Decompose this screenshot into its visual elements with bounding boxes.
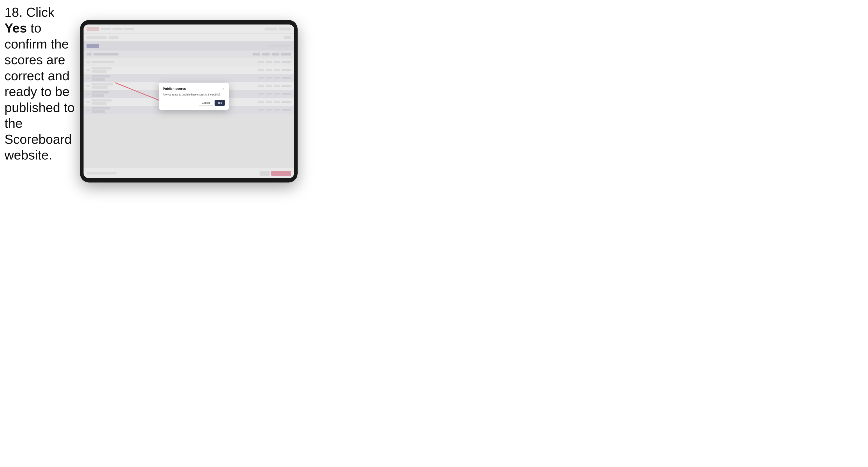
step-number: 18.	[4, 5, 23, 20]
tablet-screen: Publish scores × Are you ready to publis…	[84, 25, 294, 178]
yes-button[interactable]: Yes	[215, 100, 225, 106]
modal-overlay: Publish scores × Are you ready to publis…	[84, 25, 294, 178]
text-after-bold: to confirm the scores are correct and re…	[4, 21, 74, 162]
modal-close-button[interactable]: ×	[221, 87, 225, 91]
modal-footer: Cancel Yes	[163, 100, 225, 106]
instruction-text: 18. Click Yes to confirm the scores are …	[4, 4, 77, 163]
modal-header: Publish scores ×	[163, 87, 225, 91]
tablet-device: Publish scores × Are you ready to publis…	[80, 20, 298, 183]
modal-dialog: Publish scores × Are you ready to publis…	[159, 83, 229, 110]
modal-body-text: Are you ready to publish these scores to…	[163, 93, 225, 96]
modal-title: Publish scores	[163, 87, 186, 91]
bold-yes: Yes	[4, 21, 27, 35]
cancel-button[interactable]: Cancel	[199, 100, 213, 106]
text-before-bold: Click	[23, 5, 54, 20]
